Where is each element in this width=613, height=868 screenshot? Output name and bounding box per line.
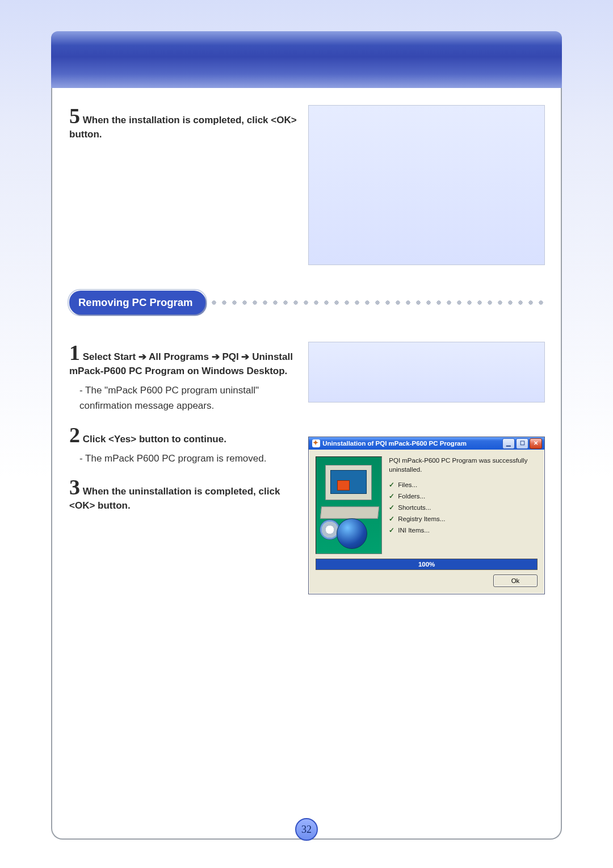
step-1: 1 Select Start ➔ All Programs ➔ PQI ➔ Un… bbox=[69, 342, 297, 414]
check-icon: ✓ bbox=[389, 526, 394, 534]
step-2: 2 Click <Yes> button to continue. - The … bbox=[69, 424, 297, 467]
list-item: ✓Folders... bbox=[389, 492, 538, 500]
list-item: ✓INI Items... bbox=[389, 526, 538, 534]
list-item-label: Folders... bbox=[398, 493, 425, 500]
check-icon: ✓ bbox=[389, 492, 394, 500]
arrow-icon: ➔ bbox=[138, 351, 146, 362]
page-background: 5 When the installation is completed, cl… bbox=[0, 0, 613, 868]
step-1-text-part3: PQI bbox=[222, 351, 241, 362]
dots-decoration bbox=[209, 300, 544, 305]
globe-icon bbox=[337, 518, 367, 549]
step-2-number: 2 bbox=[69, 423, 80, 447]
list-item-label: Registry Items... bbox=[398, 515, 445, 522]
section-title: Removing PC Program bbox=[69, 291, 205, 315]
step-3-number: 3 bbox=[69, 475, 80, 499]
dialog-app-icon bbox=[312, 439, 320, 447]
image-placeholder-mid bbox=[308, 342, 545, 402]
list-item: ✓Files... bbox=[389, 481, 538, 489]
ok-button[interactable]: Ok bbox=[493, 575, 538, 587]
step-1-text-part2: All Programs bbox=[149, 351, 212, 362]
check-icon: ✓ bbox=[389, 481, 394, 489]
list-item: ✓Registry Items... bbox=[389, 515, 538, 523]
section-header: Removing PC Program bbox=[69, 291, 544, 315]
list-item-label: INI Items... bbox=[398, 527, 430, 534]
step-2-note: - The mPack P600 PC program is removed. bbox=[79, 451, 297, 466]
check-icon: ✓ bbox=[389, 515, 394, 523]
step-5: 5 When the installation is completed, cl… bbox=[69, 105, 297, 141]
image-placeholder-top bbox=[308, 105, 545, 265]
step-5-number: 5 bbox=[69, 104, 80, 128]
minimize-button[interactable]: ▁ bbox=[502, 438, 515, 449]
check-icon: ✓ bbox=[389, 504, 394, 511]
progress-bar: 100% bbox=[316, 559, 538, 570]
uninstall-dialog: Uninstallation of PQI mPack-P600 PC Prog… bbox=[308, 437, 545, 594]
header-band bbox=[51, 31, 562, 88]
keyboard-icon bbox=[320, 506, 379, 519]
arrow-icon: ➔ bbox=[241, 351, 249, 362]
step-3: 3 When the uninstallation is completed, … bbox=[69, 476, 297, 513]
list-item: ✓Shortcuts... bbox=[389, 504, 538, 511]
maximize-button[interactable]: ☐ bbox=[516, 438, 528, 449]
page-number-badge: 32 bbox=[295, 818, 318, 841]
step-3-text: When the uninstallation is completed, cl… bbox=[69, 486, 280, 511]
progress-label: 100% bbox=[418, 561, 435, 568]
step-1-number: 1 bbox=[69, 341, 80, 364]
step-1-text-part1: Select Start bbox=[83, 351, 138, 362]
page-number: 32 bbox=[301, 824, 312, 836]
step-2-text: Click <Yes> button to continue. bbox=[83, 434, 226, 445]
dialog-illustration bbox=[316, 456, 382, 554]
dialog-message: PQI mPack-P600 PC Program was successful… bbox=[389, 456, 538, 474]
step-1-note: - The "mPack P600 PC program uninstall" … bbox=[79, 383, 297, 413]
arrow-icon: ➔ bbox=[212, 351, 220, 362]
monitor-icon bbox=[325, 465, 372, 500]
dialog-titlebar: Uninstallation of PQI mPack-P600 PC Prog… bbox=[309, 437, 544, 450]
close-button[interactable]: ✕ bbox=[530, 438, 542, 449]
step-5-text: When the installation is completed, clic… bbox=[69, 115, 297, 140]
content-frame: 5 When the installation is completed, cl… bbox=[51, 88, 562, 840]
list-item-label: Files... bbox=[398, 481, 417, 488]
list-item-label: Shortcuts... bbox=[398, 504, 431, 511]
dialog-title-text: Uninstallation of PQI mPack-P600 PC Prog… bbox=[322, 440, 501, 447]
